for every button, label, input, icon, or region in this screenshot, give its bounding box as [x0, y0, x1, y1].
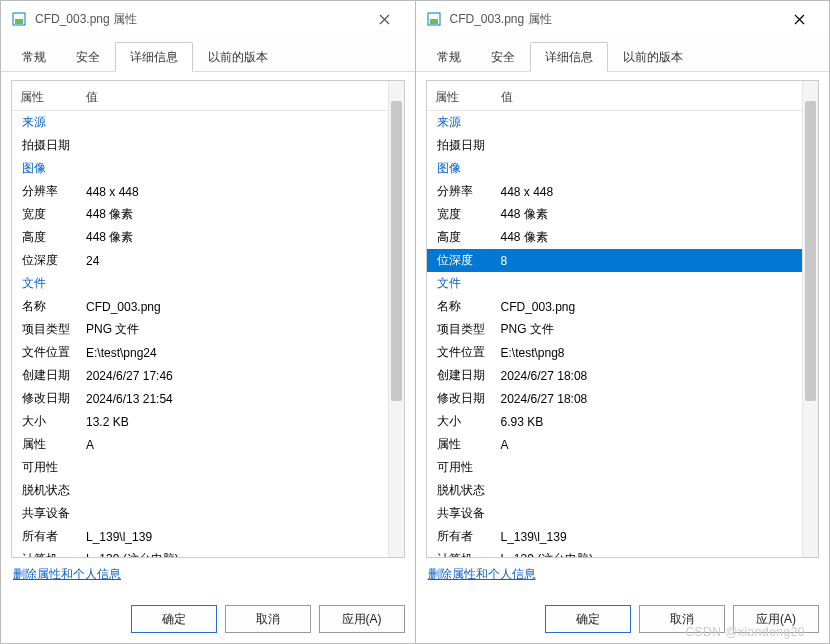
button-row: 确定 取消 应用(A) [416, 599, 830, 643]
table-row[interactable]: 分辨率448 x 448 [12, 180, 388, 203]
svg-rect-1 [15, 19, 23, 24]
table-row[interactable]: 高度448 像素 [12, 226, 388, 249]
table-row[interactable]: 计算机L_139 (这台电脑) [427, 548, 803, 557]
table-row[interactable]: 修改日期2024/6/13 21:54 [12, 387, 388, 410]
link-row: 删除属性和个人信息 [11, 558, 405, 589]
file-icon [11, 11, 27, 27]
tab-security[interactable]: 安全 [476, 42, 530, 72]
tab-details[interactable]: 详细信息 [115, 42, 193, 72]
apply-button[interactable]: 应用(A) [733, 605, 819, 633]
cancel-button[interactable]: 取消 [225, 605, 311, 633]
remove-properties-link[interactable]: 删除属性和个人信息 [428, 567, 536, 581]
tab-general[interactable]: 常规 [7, 42, 61, 72]
main-panel: 属性 值 来源 拍摄日期 图像 分辨率448 x 448 宽度448 像素 高度… [416, 72, 830, 599]
property-table[interactable]: 属性 值 来源 拍摄日期 图像 分辨率448 x 448 宽度448 像素 高度… [427, 81, 803, 557]
header-prop: 属性 [20, 89, 86, 106]
table-row[interactable]: 创建日期2024/6/27 18:08 [427, 364, 803, 387]
table-row[interactable]: 宽度448 像素 [427, 203, 803, 226]
properties-window-0: CFD_003.png 属性 常规 安全 详细信息 以前的版本 属性 值 来源 … [0, 0, 416, 644]
close-button[interactable] [363, 4, 407, 34]
table-row[interactable]: 分辨率448 x 448 [427, 180, 803, 203]
table-row[interactable]: 修改日期2024/6/27 18:08 [427, 387, 803, 410]
header-val: 值 [86, 89, 388, 106]
svg-rect-3 [430, 19, 438, 24]
group-origin[interactable]: 来源 [12, 111, 388, 134]
table-row-bitdepth[interactable]: 位深度24 [12, 249, 388, 272]
window-title: CFD_003.png 属性 [450, 11, 778, 28]
remove-properties-link[interactable]: 删除属性和个人信息 [13, 567, 121, 581]
property-table[interactable]: 属性 值 来源 拍摄日期 图像 分辨率448 x 448 宽度448 像素 高度… [12, 81, 388, 557]
table-row[interactable]: 所有者L_139\l_139 [12, 525, 388, 548]
group-origin[interactable]: 来源 [427, 111, 803, 134]
detail-box: 属性 值 来源 拍摄日期 图像 分辨率448 x 448 宽度448 像素 高度… [11, 80, 405, 558]
table-row[interactable]: 大小13.2 KB [12, 410, 388, 433]
table-row[interactable]: 创建日期2024/6/27 17:46 [12, 364, 388, 387]
table-row[interactable]: 项目类型PNG 文件 [427, 318, 803, 341]
table-row[interactable]: 大小6.93 KB [427, 410, 803, 433]
table-row[interactable]: 可用性 [427, 456, 803, 479]
scrollbar-thumb[interactable] [805, 101, 816, 401]
table-row[interactable]: 脱机状态 [427, 479, 803, 502]
table-row[interactable]: 所有者L_139\l_139 [427, 525, 803, 548]
table-row[interactable]: 共享设备 [427, 502, 803, 525]
tab-general[interactable]: 常规 [422, 42, 476, 72]
table-row[interactable]: 文件位置E:\test\png8 [427, 341, 803, 364]
window-title: CFD_003.png 属性 [35, 11, 363, 28]
scrollbar[interactable] [388, 81, 404, 557]
apply-button[interactable]: 应用(A) [319, 605, 405, 633]
link-row: 删除属性和个人信息 [426, 558, 820, 589]
table-row-bitdepth[interactable]: 位深度8 [427, 249, 803, 272]
table-row[interactable]: 文件位置E:\test\png24 [12, 341, 388, 364]
file-icon [426, 11, 442, 27]
button-row: 确定 取消 应用(A) [1, 599, 415, 643]
table-row[interactable]: 名称CFD_003.png [427, 295, 803, 318]
table-header: 属性 值 [427, 85, 803, 111]
titlebar: CFD_003.png 属性 [416, 1, 830, 37]
properties-window-1: CFD_003.png 属性 常规 安全 详细信息 以前的版本 属性 值 来源 … [416, 0, 831, 644]
table-row[interactable]: 计算机L_139 (这台电脑) [12, 548, 388, 557]
scrollbar[interactable] [802, 81, 818, 557]
group-file[interactable]: 文件 [12, 272, 388, 295]
table-row[interactable]: 属性A [12, 433, 388, 456]
close-button[interactable] [777, 4, 821, 34]
table-row[interactable]: 项目类型PNG 文件 [12, 318, 388, 341]
scrollbar-thumb[interactable] [391, 101, 402, 401]
tab-row: 常规 安全 详细信息 以前的版本 [416, 37, 830, 72]
table-row[interactable]: 拍摄日期 [12, 134, 388, 157]
group-image[interactable]: 图像 [12, 157, 388, 180]
table-header: 属性 值 [12, 85, 388, 111]
table-row[interactable]: 名称CFD_003.png [12, 295, 388, 318]
tab-row: 常规 安全 详细信息 以前的版本 [1, 37, 415, 72]
tab-previous-versions[interactable]: 以前的版本 [193, 42, 283, 72]
tab-details[interactable]: 详细信息 [530, 42, 608, 72]
detail-box: 属性 值 来源 拍摄日期 图像 分辨率448 x 448 宽度448 像素 高度… [426, 80, 820, 558]
group-file[interactable]: 文件 [427, 272, 803, 295]
table-row[interactable]: 宽度448 像素 [12, 203, 388, 226]
table-row[interactable]: 可用性 [12, 456, 388, 479]
table-row[interactable]: 拍摄日期 [427, 134, 803, 157]
ok-button[interactable]: 确定 [131, 605, 217, 633]
table-row[interactable]: 脱机状态 [12, 479, 388, 502]
main-panel: 属性 值 来源 拍摄日期 图像 分辨率448 x 448 宽度448 像素 高度… [1, 72, 415, 599]
group-image[interactable]: 图像 [427, 157, 803, 180]
table-row[interactable]: 高度448 像素 [427, 226, 803, 249]
header-val: 值 [501, 89, 803, 106]
header-prop: 属性 [435, 89, 501, 106]
ok-button[interactable]: 确定 [545, 605, 631, 633]
tab-security[interactable]: 安全 [61, 42, 115, 72]
titlebar: CFD_003.png 属性 [1, 1, 415, 37]
tab-previous-versions[interactable]: 以前的版本 [608, 42, 698, 72]
table-row[interactable]: 共享设备 [12, 502, 388, 525]
table-row[interactable]: 属性A [427, 433, 803, 456]
cancel-button[interactable]: 取消 [639, 605, 725, 633]
